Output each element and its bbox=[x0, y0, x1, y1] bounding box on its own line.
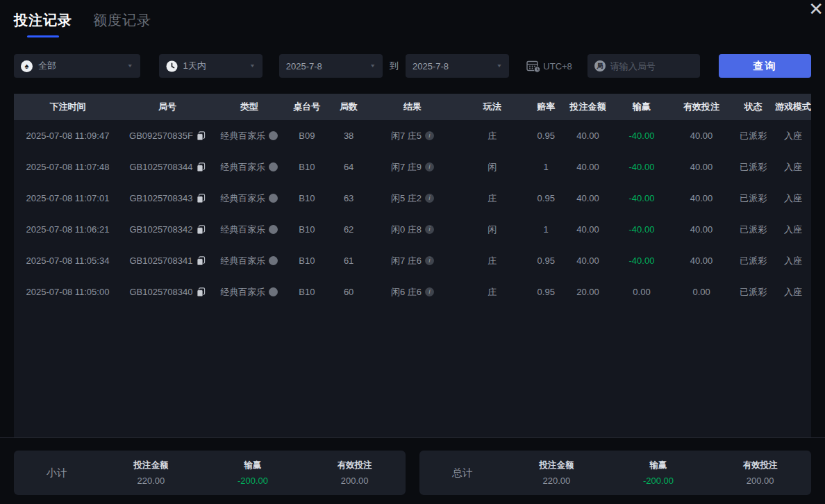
table-row: 2025-07-08 11:06:21 GB1025708342 经典百家乐 B… bbox=[14, 214, 811, 245]
cell-status: 已派彩 bbox=[731, 224, 775, 236]
cell-bet-amount: 40.00 bbox=[564, 131, 612, 141]
cell-play: 闲 bbox=[456, 224, 528, 236]
cell-bet-time: 2025-07-08 11:05:00 bbox=[14, 287, 122, 297]
cell-result: 闲6 庄6 i bbox=[369, 286, 456, 299]
calendar-clock-icon bbox=[526, 60, 541, 73]
game-logo-icon bbox=[269, 194, 278, 203]
cell-game-mode: 入座 bbox=[775, 130, 811, 142]
copy-icon[interactable] bbox=[197, 225, 206, 235]
cell-result: 闲5 庄2 i bbox=[369, 192, 456, 205]
cell-odds: 0.95 bbox=[528, 287, 564, 297]
cell-status: 已派彩 bbox=[731, 192, 775, 205]
info-icon[interactable]: i bbox=[425, 194, 434, 203]
col-header-valid-bet: 有效投注 bbox=[672, 101, 731, 113]
info-icon[interactable]: i bbox=[425, 225, 434, 234]
table-row: 2025-07-08 11:09:47 GB092570835F 经典百家乐 B… bbox=[14, 120, 811, 151]
search-button[interactable]: 查询 bbox=[719, 54, 811, 78]
filter-bar: ♠ 全部 ▼ 1天内 ▼ 2025-7-8 ▼ 到 2025-7-8 ▼ UTC… bbox=[14, 54, 811, 78]
chevron-down-icon: ▼ bbox=[496, 63, 502, 69]
cell-game-type: 经典百家乐 bbox=[213, 286, 285, 299]
subtotal-box: 小计 投注金额 220.00 输赢 -200.00 有效投注 200.00 bbox=[14, 451, 406, 495]
clock-icon bbox=[166, 60, 178, 72]
date-from-value: 2025-7-8 bbox=[286, 61, 322, 72]
cell-play: 庄 bbox=[456, 286, 528, 299]
chevron-down-icon: ▼ bbox=[249, 63, 256, 69]
cell-status: 已派彩 bbox=[731, 161, 775, 174]
date-from-select[interactable]: 2025-7-8 ▼ bbox=[279, 54, 383, 78]
copy-icon[interactable] bbox=[197, 194, 206, 203]
time-range-value: 1天内 bbox=[183, 60, 206, 72]
table-row: 2025-07-08 11:07:48 GB1025708344 经典百家乐 B… bbox=[14, 151, 811, 183]
timezone-indicator: UTC+8 bbox=[526, 60, 572, 73]
cell-round-id: GB1025708340 bbox=[122, 287, 213, 297]
cell-round-no: 60 bbox=[328, 287, 368, 297]
cell-game-mode: 入座 bbox=[775, 286, 811, 299]
copy-icon[interactable] bbox=[197, 162, 206, 172]
time-range-select[interactable]: 1天内 ▼ bbox=[159, 54, 262, 78]
spade-icon: ♠ bbox=[21, 60, 33, 72]
col-header-bet-amount: 投注金额 bbox=[564, 101, 612, 113]
cell-valid-bet: 40.00 bbox=[672, 255, 731, 266]
cell-game-mode: 入座 bbox=[775, 192, 811, 205]
cell-win-loss: -40.00 bbox=[612, 162, 672, 172]
info-icon[interactable]: i bbox=[425, 162, 434, 171]
table-body: 2025-07-08 11:09:47 GB092570835F 经典百家乐 B… bbox=[14, 120, 811, 308]
to-label: 到 bbox=[390, 60, 399, 72]
cell-status: 已派彩 bbox=[731, 130, 775, 142]
date-to-select[interactable]: 2025-7-8 ▼ bbox=[406, 54, 509, 78]
summary-footer: 小计 投注金额 220.00 输赢 -200.00 有效投注 200.00 总计… bbox=[0, 437, 825, 495]
cell-bet-time: 2025-07-08 11:09:47 bbox=[14, 131, 122, 141]
tab-betting-records[interactable]: 投注记录 bbox=[14, 11, 72, 37]
cell-bet-amount: 40.00 bbox=[564, 193, 612, 203]
cell-win-loss: -40.00 bbox=[612, 224, 672, 235]
game-type-select[interactable]: ♠ 全部 ▼ bbox=[14, 54, 140, 78]
cell-round-no: 61 bbox=[328, 255, 368, 266]
cell-odds: 0.95 bbox=[528, 193, 564, 203]
col-header-game-type: 类型 bbox=[213, 101, 285, 113]
table-row: 2025-07-08 11:05:34 GB1025708341 经典百家乐 B… bbox=[14, 245, 811, 276]
round-number-input[interactable] bbox=[610, 61, 693, 72]
close-icon[interactable]: ✕ bbox=[804, 0, 825, 22]
copy-icon[interactable] bbox=[197, 287, 206, 297]
cell-result: 闲0 庄8 i bbox=[369, 224, 456, 236]
cell-win-loss: -40.00 bbox=[612, 255, 672, 266]
cell-table-no: B10 bbox=[285, 287, 328, 297]
cell-game-mode: 入座 bbox=[775, 161, 811, 174]
copy-icon[interactable] bbox=[197, 256, 206, 266]
cell-odds: 1 bbox=[528, 224, 564, 235]
cell-result: 闲7 庄6 i bbox=[369, 255, 456, 267]
cell-valid-bet: 40.00 bbox=[672, 131, 731, 141]
cell-odds: 1 bbox=[528, 162, 564, 172]
col-header-game-mode: 游戏模式 bbox=[775, 101, 811, 113]
total-win-loss: 输赢 -200.00 bbox=[608, 460, 710, 486]
cell-win-loss: -40.00 bbox=[612, 131, 672, 141]
cell-game-type: 经典百家乐 bbox=[213, 255, 285, 267]
info-icon[interactable]: i bbox=[425, 256, 434, 265]
subtotal-win-loss: 输赢 -200.00 bbox=[202, 460, 304, 486]
col-header-round-id: 局号 bbox=[122, 101, 213, 113]
cell-odds: 0.95 bbox=[528, 131, 564, 141]
copy-icon[interactable] bbox=[197, 131, 206, 141]
cell-game-mode: 入座 bbox=[775, 224, 811, 236]
tab-quota-records[interactable]: 额度记录 bbox=[93, 11, 151, 37]
cell-result: 闲7 庄9 i bbox=[369, 161, 456, 174]
timezone-label: UTC+8 bbox=[543, 61, 572, 72]
cell-table-no: B10 bbox=[285, 224, 328, 235]
cell-valid-bet: 40.00 bbox=[672, 224, 731, 235]
cell-round-id: GB1025708342 bbox=[122, 224, 213, 235]
col-header-play: 玩法 bbox=[456, 101, 528, 113]
total-valid-bet: 有效投注 200.00 bbox=[709, 460, 811, 486]
date-to-value: 2025-7-8 bbox=[412, 61, 449, 72]
info-icon[interactable]: i bbox=[425, 131, 434, 140]
betting-records-table: 下注时间 局号 类型 桌台号 局数 结果 玩法 赔率 投注金额 输赢 有效投注 … bbox=[14, 94, 811, 437]
cell-play: 庄 bbox=[456, 255, 528, 267]
cell-round-id: GB1025708341 bbox=[122, 255, 213, 266]
cell-valid-bet: 40.00 bbox=[672, 162, 731, 172]
info-icon[interactable]: i bbox=[425, 287, 434, 296]
tabs: 投注记录 额度记录 bbox=[0, 0, 825, 37]
cell-round-no: 63 bbox=[328, 193, 368, 203]
cell-table-no: B10 bbox=[285, 193, 328, 203]
cell-odds: 0.95 bbox=[528, 255, 564, 266]
cell-bet-amount: 40.00 bbox=[564, 255, 612, 266]
cell-bet-time: 2025-07-08 11:06:21 bbox=[14, 224, 122, 235]
